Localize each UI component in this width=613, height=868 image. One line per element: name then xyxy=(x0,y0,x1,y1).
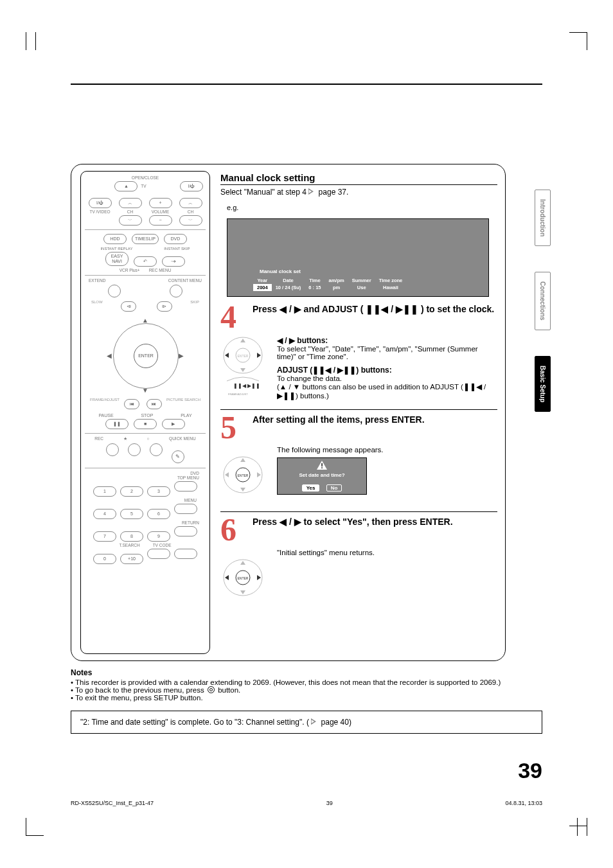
text: button. xyxy=(216,686,240,694)
osd-v-date: 10 / 24 (Su) xyxy=(272,284,305,291)
o-button-icon xyxy=(208,686,215,693)
adjust-fwd-icon: ▶❚❚ xyxy=(277,392,296,400)
tab-introduction: Introduction xyxy=(535,190,551,246)
step-4-explain: ◀ / ▶ buttons: To select "Year", "Date",… xyxy=(277,336,497,400)
label-slow: SLOW xyxy=(91,300,103,313)
step-6-heading: Press ◀ / ▶ to select "Yes", then press … xyxy=(253,516,453,544)
step-number-5: 5 xyxy=(220,414,246,441)
power-button-2: I/⏻ xyxy=(89,198,112,208)
instant-replay-icon: ↶ xyxy=(134,256,157,267)
osd-h-year: Year xyxy=(253,277,272,284)
footer-filename: RD-XS52SU/SC_Inst_E_p31-47 xyxy=(71,800,154,806)
adjust-rev-icon: ❚❚◀ xyxy=(312,366,331,375)
adjust-note: (▲ / ▼ buttons can also be used in addit… xyxy=(277,383,486,400)
adjust-fwd-icon: ▶❚❚ xyxy=(396,304,418,314)
label-extend: EXTEND xyxy=(89,278,105,283)
down-arrow-icon: ▼ xyxy=(142,387,148,394)
menu-button xyxy=(174,504,197,514)
label-tv: TV xyxy=(141,184,146,188)
step-5-explain: The following message appears. ! Set dat… xyxy=(277,446,497,506)
label-tvcode: TV CODE xyxy=(153,543,172,547)
step-6-detail: ENTER "Initial settings" menu returns. xyxy=(220,549,497,609)
label-ch-2: CH xyxy=(177,209,204,214)
tsearch-button xyxy=(147,549,170,559)
step-6: 6 Press ◀ / ▶ to select "Yes", then pres… xyxy=(220,516,497,544)
text: To go back to the previous menu, press xyxy=(75,686,206,694)
num-6: 6 xyxy=(147,509,170,519)
note-2: To go back to the previous menu, press b… xyxy=(71,686,542,694)
label-menu: MENU xyxy=(85,498,206,502)
hdd-button: HDD xyxy=(103,234,127,244)
dialog-question: Set date and time? xyxy=(280,472,364,478)
step-5-msg: The following message appears. xyxy=(277,446,384,454)
slow-rev-icon: ⧏ xyxy=(121,301,136,312)
note-3: To exit the menu, press SETUP button. xyxy=(71,694,542,702)
svg-text:ENTER: ENTER xyxy=(238,576,249,580)
ch-up-icon-2: ︿ xyxy=(179,198,202,208)
label-picture-search: PICTURE SEARCH xyxy=(166,398,200,411)
play-icon: ▶ xyxy=(162,419,185,429)
text: ADJUST ( xyxy=(277,366,312,375)
svg-marker-3 xyxy=(240,339,245,342)
instant-skip-icon: ·➔ xyxy=(162,256,185,267)
label-ch: CH xyxy=(117,209,144,214)
pause-icon: ❚❚ xyxy=(105,419,129,429)
text: buttons can also be used in addition to … xyxy=(300,383,463,391)
stop-icon: ■ xyxy=(134,419,157,429)
ch-down-icon-2: ﹀ xyxy=(179,215,202,226)
osd-v-ampm: pm xyxy=(324,284,348,291)
page-number: 39 xyxy=(518,758,542,783)
power-button: I/⏻ xyxy=(180,181,203,191)
svg-text:ENTER: ENTER xyxy=(238,474,249,477)
vol-up-icon: + xyxy=(149,198,172,208)
svg-marker-15 xyxy=(225,472,229,477)
right-triangle-icon: ▶ xyxy=(294,516,301,528)
osd-h-date: Date xyxy=(272,277,305,284)
dialog-no-button: No xyxy=(326,484,342,492)
num-4: 4 xyxy=(93,509,116,519)
select-manual-text: Select "Manual" at step 4 page 37. xyxy=(220,188,497,197)
step-6-explain: "Initial settings" menu returns. xyxy=(277,549,497,609)
dialog-yes-button: Yes xyxy=(302,484,320,492)
num-plus10: +10 xyxy=(120,554,143,564)
page-ref-icon xyxy=(308,188,316,195)
num-1: 1 xyxy=(93,486,116,497)
step-number-4: 4 xyxy=(220,303,246,331)
left-triangle-icon: ◀ xyxy=(277,336,283,345)
left-triangle-icon: ◀ xyxy=(280,516,287,528)
slow-fwd-icon: ⧐ xyxy=(157,301,172,312)
crop-mark xyxy=(569,826,587,826)
instruction-frame: OPEN/CLOSE ▲ TV I/⏻ I/⏻TV /VIDEO ︿CH﹀ +V… xyxy=(71,164,506,661)
label-frame-adjust: FRAME/ADJUST xyxy=(90,398,120,411)
label-open-close: OPEN/CLOSE xyxy=(81,175,209,180)
footer-page: 39 xyxy=(326,800,333,806)
num-8: 8 xyxy=(120,531,143,542)
num-3: 3 xyxy=(147,486,170,497)
label-dvd-2: DVD xyxy=(190,471,199,475)
adjust-fwd-icon: ▶❚❚ xyxy=(337,366,356,375)
label-rec: REC xyxy=(94,436,103,441)
rec-button xyxy=(106,443,119,456)
svg-text:❚❚◀: ❚❚◀ xyxy=(233,383,247,389)
mini-dpad-diagram-1: ENTER ❚❚◀ ▶❚❚ FRAME/ADJUST xyxy=(220,336,265,396)
right-triangle-icon: ▶ xyxy=(289,336,295,345)
text: buttons: xyxy=(295,336,328,345)
side-tabs: Introduction Connections Basic Setup xyxy=(535,190,556,438)
mini-dpad-diagram-3: ENTER xyxy=(220,549,265,609)
crop-mark xyxy=(587,818,587,836)
tab-connections: Connections xyxy=(535,272,551,330)
quickmenu-button: ✎ xyxy=(172,450,184,463)
text: "2: Time and date setting" is complete. … xyxy=(80,718,309,727)
text: ) to set the clock. xyxy=(421,304,494,314)
num-0: 0 xyxy=(93,554,116,564)
step-4-heading: Press ◀ / ▶ and ADJUST ( ❚❚◀ / ▶❚❚ ) to … xyxy=(253,303,494,331)
svg-marker-23 xyxy=(257,575,261,580)
lr-buttons-title: ◀ / ▶ buttons: xyxy=(277,336,328,345)
text: page 37. xyxy=(319,188,349,197)
label-pause: PAUSE xyxy=(98,413,113,418)
label-topmenu: TOP MENU xyxy=(177,475,199,480)
step-5-heading: After setting all the items, press ENTER… xyxy=(253,414,425,441)
text: Select "Manual" at step 4 xyxy=(220,188,308,197)
enter-button: ENTER xyxy=(134,344,158,368)
step-4: 4 Press ◀ / ▶ and ADJUST ( ❚❚◀ / ▶❚❚ ) t… xyxy=(220,303,497,331)
